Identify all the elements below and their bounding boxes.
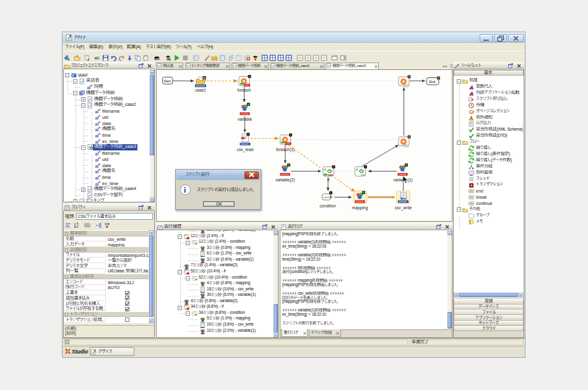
svg-text:al: al bbox=[87, 85, 91, 90]
svg-text:al: al bbox=[95, 151, 99, 157]
svg-text:-: - bbox=[219, 233, 220, 238]
svg-text:-: - bbox=[217, 263, 218, 267]
svg-text:(1.0%): (1.0%) bbox=[221, 316, 232, 321]
svg-text:(2.4%): (2.4%) bbox=[215, 240, 226, 245]
svg-text:if: if bbox=[224, 269, 226, 273]
svg-text:(V): (V) bbox=[117, 45, 123, 50]
svg-text:3: 3 bbox=[207, 257, 209, 261]
svg-text:_case4: _case4 bbox=[122, 186, 136, 191]
svg-text:variable(1): variable(1) bbox=[238, 293, 256, 298]
svg-text:18: 18 bbox=[207, 287, 211, 291]
svg-text:1: 1 bbox=[66, 301, 68, 305]
svg-text:if: if bbox=[222, 305, 223, 309]
svg-text:18:22:03: 18:22:03 bbox=[312, 245, 327, 249]
svg-text:18:22:10: 18:22:10 bbox=[312, 312, 327, 316]
svg-text:(A): (A) bbox=[136, 45, 141, 50]
svg-text:ex_time(String): ex_time(String) bbox=[282, 312, 307, 317]
svg-text:=: = bbox=[308, 245, 311, 249]
svg-text:(DTD): (DTD) bbox=[496, 133, 507, 138]
svg-text:_case2: _case2 bbox=[122, 102, 136, 107]
svg-text:CSV: CSV bbox=[78, 214, 87, 219]
svg-text:al: al bbox=[95, 181, 99, 186]
svg-text:34: 34 bbox=[191, 305, 195, 309]
svg-text:condition: condition bbox=[232, 275, 248, 279]
svg-text:al: al bbox=[95, 115, 99, 120]
svg-text:Schema): Schema) bbox=[507, 127, 522, 132]
svg-text:): ) bbox=[511, 157, 512, 162]
svg-text:-: - bbox=[227, 310, 228, 314]
svg-text:csv_write: csv_write bbox=[236, 251, 252, 256]
svg-text:(6.8%): (6.8%) bbox=[215, 310, 226, 315]
svg-text:4: 4 bbox=[207, 281, 209, 285]
svg-text:(0.6%): (0.6%) bbox=[221, 245, 232, 250]
svg-text:(10.4%): (10.4%) bbox=[207, 269, 220, 274]
svg-text:_case3: _case3 bbox=[122, 144, 136, 149]
svg-text:(H): (H) bbox=[207, 45, 213, 50]
svg-text:al: al bbox=[95, 127, 99, 132]
svg-text:(XML: (XML bbox=[496, 127, 506, 132]
svg-text:mapping: mapping bbox=[236, 316, 251, 321]
svg-text:variable(1): variable(1) bbox=[236, 257, 254, 262]
svg-text:-: - bbox=[233, 281, 235, 285]
svg-text:-: - bbox=[235, 328, 236, 332]
svg-text:(E): (E) bbox=[98, 45, 103, 50]
svg-text:cond: cond bbox=[323, 196, 329, 199]
svg-text:-: - bbox=[233, 316, 235, 321]
svg-text:(T): (T) bbox=[186, 45, 192, 50]
svg-text:(: ( bbox=[65, 326, 67, 331]
svg-text:=: = bbox=[303, 257, 305, 261]
svg-text:if: if bbox=[222, 233, 223, 238]
svg-text:19: 19 bbox=[207, 322, 211, 326]
svg-text:-: - bbox=[229, 275, 230, 279]
svg-text:(: ( bbox=[65, 331, 67, 336]
svg-text:(6.8%): (6.8%) bbox=[207, 305, 218, 310]
svg-text:): ) bbox=[75, 331, 76, 336]
svg-text:12: 12 bbox=[199, 240, 203, 244]
svg-text:(0.8%): (0.8%) bbox=[205, 298, 216, 303]
svg-text:-: - bbox=[233, 251, 235, 256]
svg-text:al: al bbox=[95, 109, 99, 115]
svg-text:csv_write: csv_write bbox=[238, 287, 254, 292]
svg-text:time(String): time(String) bbox=[282, 257, 301, 262]
svg-text:30: 30 bbox=[207, 293, 211, 297]
svg-text:4: 4 bbox=[191, 298, 193, 303]
svg-text:b: b bbox=[97, 56, 100, 60]
svg-text:): ) bbox=[509, 151, 510, 156]
svg-text:al: al bbox=[95, 121, 99, 126]
svg-text:-: - bbox=[227, 240, 228, 244]
svg-text:3: 3 bbox=[207, 245, 209, 249]
svg-text:al: al bbox=[95, 139, 99, 144]
svg-text:(2.0%): (2.0%) bbox=[223, 328, 234, 333]
svg-text:52: 52 bbox=[191, 269, 195, 273]
svg-text:-: - bbox=[235, 287, 236, 291]
svg-text:34: 34 bbox=[199, 310, 203, 314]
svg-text:..: .. bbox=[103, 306, 105, 311]
svg-text:variable(2): variable(2) bbox=[220, 263, 238, 268]
svg-text:UID,false: UID,false bbox=[108, 269, 124, 273]
svg-text:variable(2): variable(2) bbox=[220, 298, 238, 303]
svg-text:condition: condition bbox=[230, 240, 245, 244]
svg-text:End: End bbox=[430, 80, 436, 84]
svg-text:18:22:10: 18:22:10 bbox=[306, 257, 321, 261]
svg-text:al: al bbox=[95, 133, 99, 139]
svg-text:ex_time(String): ex_time(String) bbox=[282, 245, 307, 249]
svg-text:..: .. bbox=[102, 317, 105, 321]
svg-text:(3.8%): (3.8%) bbox=[223, 322, 234, 327]
svg-text:7: 7 bbox=[191, 263, 193, 267]
svg-text:(1.2%): (1.2%) bbox=[221, 251, 232, 256]
svg-text:variable(1): variable(1) bbox=[238, 328, 256, 333]
svg-text:(F): (F) bbox=[79, 45, 85, 50]
svg-text:6: 6 bbox=[207, 251, 209, 256]
svg-text:(0.6%): (0.6%) bbox=[221, 257, 232, 262]
svg-text:al: al bbox=[95, 163, 99, 168]
svg-text:al: al bbox=[95, 169, 99, 175]
svg-text:-: - bbox=[235, 293, 236, 297]
svg-text:al: al bbox=[95, 175, 99, 180]
svg-text:(6.0%): (6.0%) bbox=[223, 293, 234, 298]
svg-text:5: 5 bbox=[207, 316, 209, 321]
svg-text:[mapping]PSP: [mapping]PSP bbox=[282, 282, 306, 287]
svg-text:csv_write: csv_write bbox=[238, 322, 254, 327]
svg-text:mapping: mapping bbox=[236, 245, 251, 250]
svg-text:(2.4%): (2.4%) bbox=[207, 233, 218, 238]
svg-text:): ) bbox=[75, 326, 76, 331]
